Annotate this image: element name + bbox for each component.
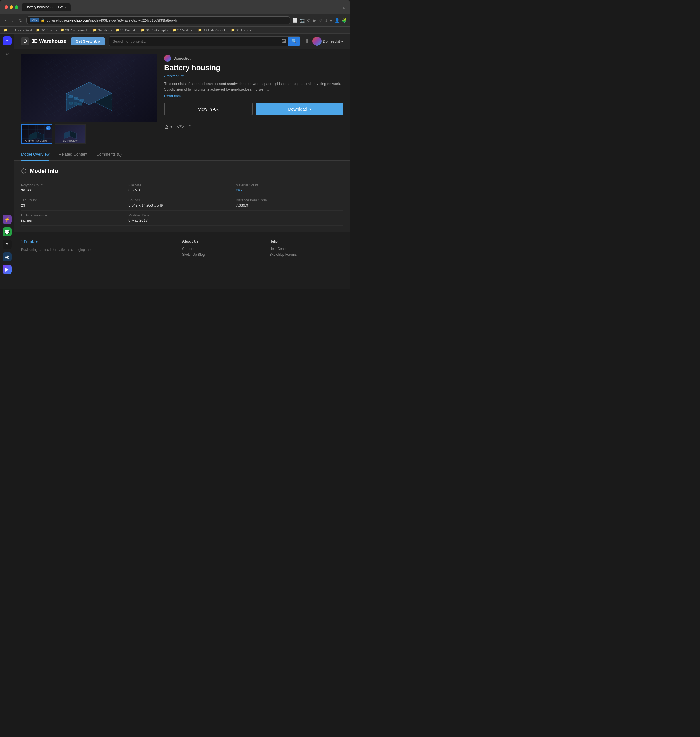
minimize-window-button[interactable]: [10, 5, 13, 9]
model-info-panel: Domestikit Battery housing Architecture …: [164, 54, 343, 144]
tab-label: Battery housing - - 3D W: [26, 5, 63, 9]
traffic-lights: [4, 5, 18, 9]
thumbnail-check-icon: ✓: [46, 126, 51, 130]
svg-point-13: [111, 99, 113, 100]
sidebar-icon-more[interactable]: ⋯: [3, 277, 12, 286]
model-title: Battery housing: [164, 63, 343, 72]
reload-button[interactable]: ↻: [17, 17, 24, 24]
play-icon[interactable]: ▶: [313, 18, 316, 23]
sidebar-icon-star[interactable]: ☆: [3, 49, 12, 58]
section-title-row: ⬡ Model Info: [21, 167, 343, 175]
material-count-label: Material Count: [236, 183, 343, 187]
image-search-button[interactable]: 🖼: [280, 37, 288, 46]
bookmark-s2[interactable]: 📁 S2.Projects: [36, 28, 57, 32]
sidebar-icon-app3[interactable]: ✕: [3, 240, 12, 249]
user-avatar[interactable]: [313, 37, 322, 46]
forward-button[interactable]: ›: [10, 17, 15, 24]
trimble-icon: ⟩·Trimble: [21, 239, 38, 244]
search-container: 🖼 🔍: [109, 36, 301, 46]
model-category[interactable]: Architecture: [164, 74, 343, 78]
sidebar-icon-home[interactable]: ⌂: [3, 36, 12, 46]
extension-icon[interactable]: 🧩: [342, 18, 347, 23]
sidebar-icon-app1[interactable]: ⚡: [3, 215, 12, 224]
footer-careers-link[interactable]: Careers: [182, 247, 256, 251]
browser-search-icon[interactable]: ⌕: [343, 5, 346, 9]
svg-rect-7: [79, 99, 84, 102]
shield-icon[interactable]: 🛡: [307, 18, 311, 23]
svg-rect-9: [74, 103, 77, 105]
bookmark-s7[interactable]: 📁 S7.Models...: [172, 28, 195, 32]
bookmark-s5[interactable]: 📁 S5.Printed...: [116, 28, 138, 32]
tab-model-overview[interactable]: Model Overview: [21, 149, 49, 160]
footer-help-center-link[interactable]: Help Center: [270, 247, 343, 251]
tab-comments[interactable]: Comments (0): [97, 149, 122, 160]
sidebar-icon-app2[interactable]: 💬: [3, 227, 12, 236]
view-ar-button[interactable]: View In AR: [164, 103, 253, 115]
print-icon: 🖨: [164, 124, 169, 130]
footer-desc: Positioning-centric information is chang…: [21, 247, 168, 253]
svg-rect-10: [78, 103, 82, 105]
back-button[interactable]: ‹: [3, 17, 8, 24]
embed-dropdown-arrow: ▾: [171, 125, 172, 129]
model-description: This consists of a sealed environment sa…: [164, 81, 343, 92]
more-options-button[interactable]: ⋯: [196, 124, 201, 130]
page-content: ⬡ 3D Warehouse Get SketchUp 🖼 🔍 ⬆ Domest…: [14, 34, 350, 289]
stat-material-count: Material Count 29 ›: [236, 180, 343, 195]
distance-origin-label: Distance from Origin: [236, 198, 343, 202]
profile-icon[interactable]: 👤: [335, 18, 340, 23]
tab-related-content[interactable]: Related Content: [59, 149, 87, 160]
new-tab-button[interactable]: +: [72, 4, 78, 10]
lock-icon: 🔒: [41, 18, 45, 22]
download-button[interactable]: Download ▾: [256, 103, 343, 115]
user-dropdown-arrow: ▾: [341, 39, 343, 43]
get-sketchup-button[interactable]: Get SketchUp: [71, 37, 104, 46]
footer-blog-link[interactable]: SketchUp Blog: [182, 253, 256, 257]
upload-button[interactable]: ⬆: [305, 38, 309, 44]
bookmark-s8[interactable]: 📁 S8.Audio-Visual...: [198, 28, 228, 32]
read-more-link[interactable]: Read more: [164, 94, 343, 98]
model-image: [21, 54, 157, 122]
thumbnail-3d-preview[interactable]: 3D Preview: [54, 124, 86, 144]
heart-icon[interactable]: ♡: [318, 18, 322, 23]
search-input[interactable]: [109, 37, 280, 46]
tab-close-button[interactable]: ✕: [65, 6, 67, 9]
address-domain: 3dwarehouse.sketchup.com/model/493fcefc-…: [47, 18, 177, 22]
bookmarks-bar: 📁 S1. Student Work 📁 S2.Projects 📁 S3.Pr…: [0, 27, 350, 34]
search-button[interactable]: 🔍: [288, 37, 300, 46]
warehouse-logo[interactable]: ⬡ 3D Warehouse: [21, 37, 66, 45]
browser-tab-active[interactable]: Battery housing - - 3D W ✕: [22, 3, 71, 11]
camera-icon[interactable]: 📷: [300, 18, 304, 23]
distance-origin-value: 7,636.9: [236, 203, 343, 207]
material-count-value[interactable]: 29 ›: [236, 188, 343, 192]
units-value: inches: [21, 218, 128, 222]
download-browser-icon[interactable]: ⬇: [324, 18, 328, 23]
bookmark-s9[interactable]: 📁 S9.Awards: [231, 28, 251, 32]
footer-section: ⟩·Trimble Positioning-centric informatio…: [14, 232, 350, 265]
thumbnail-strip: ✓ Ambient Occlusion: [21, 124, 157, 144]
embed-button[interactable]: 🖨 ▾: [164, 124, 172, 130]
footer-forums-link[interactable]: SketchUp Forums: [270, 253, 343, 257]
stat-units: Units of Measure inches: [21, 210, 128, 225]
bookmark-s6[interactable]: 📁 S6.Photographic: [141, 28, 169, 32]
sidebar-bottom: ⚡ 💬 ✕ ◉ ▶ ⋯: [3, 215, 12, 286]
sidebar-icon-app4[interactable]: ◉: [3, 252, 12, 261]
share-browser-icon[interactable]: ⬜: [293, 18, 297, 23]
footer-help-col: Help Help Center SketchUp Forums: [270, 239, 343, 258]
svg-marker-19: [70, 131, 76, 139]
bookmark-s3[interactable]: 📁 S3.Professional...: [60, 28, 90, 32]
user-dropdown[interactable]: Domestikit ▾: [313, 37, 343, 46]
close-window-button[interactable]: [4, 5, 8, 9]
share-button[interactable]: ⤴: [189, 124, 191, 130]
stats-table: Polygon Count 36,760 File Size 8.5 MB Ma…: [21, 180, 343, 226]
polygon-count-value: 36,760: [21, 188, 128, 192]
code-embed-button[interactable]: </>: [177, 124, 184, 130]
bookmark-s4[interactable]: 📁 S4.Library: [93, 28, 112, 32]
model-actions-row: 🖨 ▾ </> ⤴ ⋯: [164, 124, 343, 130]
address-bar[interactable]: VPN 🔒 3dwarehouse.sketchup.com/model/493…: [26, 16, 290, 24]
list-icon[interactable]: ≡: [330, 18, 332, 23]
bookmark-s1[interactable]: 📁 S1. Student Work: [3, 28, 33, 32]
sidebar-icon-app5[interactable]: ▶: [3, 265, 12, 274]
thumbnail-ambient-occlusion[interactable]: ✓ Ambient Occlusion: [21, 124, 52, 144]
maximize-window-button[interactable]: [15, 5, 18, 9]
user-name: Domestikit: [323, 39, 340, 43]
